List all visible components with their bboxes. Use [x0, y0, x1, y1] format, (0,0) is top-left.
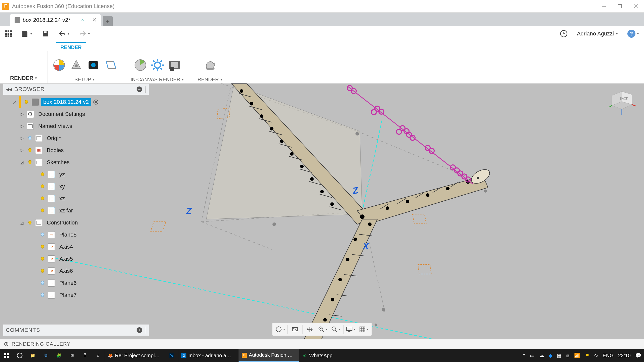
- task-vscode[interactable]: ⧉: [39, 349, 52, 362]
- visibility-bulb-icon[interactable]: [27, 219, 33, 226]
- tree-item-sketches[interactable]: Sketches: [3, 156, 149, 168]
- taskbar-app-whatsapp[interactable]: ✆WhatsApp: [299, 349, 359, 362]
- pan-button[interactable]: [304, 324, 316, 335]
- decal-button[interactable]: [87, 58, 100, 72]
- taskbar-app-ps[interactable]: Ps: [165, 349, 178, 362]
- expand-icon[interactable]: [19, 148, 25, 153]
- tree-item-document-settings[interactable]: Document Settings: [3, 108, 149, 120]
- display-settings-button[interactable]: ▼: [345, 324, 357, 335]
- view-cube[interactable]: BACK: [609, 87, 639, 118]
- tray-onedrive-icon[interactable]: ☁: [539, 352, 544, 358]
- visibility-bulb-icon[interactable]: [27, 159, 33, 166]
- task-explorer[interactable]: 📁: [26, 349, 39, 362]
- visibility-bulb-icon[interactable]: [39, 183, 46, 190]
- tray-dropbox-icon[interactable]: ⧈: [566, 353, 570, 358]
- visibility-bulb-icon[interactable]: [39, 292, 46, 298]
- appearance-button[interactable]: [52, 58, 66, 72]
- tree-item-axis5[interactable]: Axis5: [3, 253, 149, 265]
- taskbar-app-fusion[interactable]: FAutodesk Fusion …: [238, 349, 299, 362]
- activate-radio[interactable]: [93, 100, 98, 105]
- close-button[interactable]: [633, 3, 639, 9]
- minimize-panel-button[interactable]: –: [137, 86, 142, 92]
- start-button[interactable]: [0, 349, 13, 362]
- orbit-button[interactable]: ▼: [274, 324, 287, 335]
- file-menu-button[interactable]: ▼: [21, 30, 33, 37]
- tree-item-origin[interactable]: Origin: [3, 132, 149, 144]
- tree-item-sketch-xz[interactable]: xz: [3, 193, 149, 205]
- capture-image-button[interactable]: [168, 58, 181, 72]
- visibility-bulb-icon[interactable]: [39, 268, 46, 274]
- task-mail[interactable]: ✉: [65, 349, 78, 362]
- grip-icon[interactable]: [145, 327, 146, 333]
- save-button[interactable]: [42, 30, 49, 37]
- add-comment-button[interactable]: +: [137, 327, 142, 333]
- expand-icon[interactable]: [19, 111, 25, 117]
- new-tab-button[interactable]: +: [103, 16, 113, 26]
- visibility-bulb-icon[interactable]: [39, 207, 46, 214]
- visibility-bulb-icon[interactable]: [39, 171, 46, 178]
- visibility-bulb-icon[interactable]: [39, 244, 46, 250]
- grid-settings-button[interactable]: ▼: [358, 324, 370, 335]
- task-app-2[interactable]: 🎛: [78, 349, 92, 362]
- tray-wifi-icon[interactable]: 📶: [574, 352, 580, 358]
- scene-settings-button[interactable]: [69, 58, 83, 72]
- collapse-icon[interactable]: ◀◀: [6, 87, 12, 92]
- task-home[interactable]: ⌂: [92, 349, 105, 362]
- rendering-gallery-bar[interactable]: RENDERING GALLERY: [0, 339, 644, 349]
- tray-language[interactable]: ENG: [603, 353, 614, 358]
- tree-item-construction[interactable]: Construction: [3, 217, 149, 229]
- tray-icon[interactable]: ▦: [557, 352, 562, 358]
- user-menu[interactable]: Adriano Aguzzi▼: [577, 30, 618, 37]
- tree-item-axis6[interactable]: Axis6: [3, 265, 149, 277]
- comments-panel-header[interactable]: COMMENTS +: [3, 324, 149, 336]
- expand-icon[interactable]: [19, 135, 25, 141]
- visibility-bulb-icon[interactable]: [23, 99, 30, 105]
- task-app-1[interactable]: 🧩: [52, 349, 65, 362]
- tree-item-bodies[interactable]: Bodies: [3, 144, 149, 156]
- tray-icon[interactable]: ⚑: [585, 352, 589, 358]
- tree-root[interactable]: box 2018.12.24 v2: [3, 96, 149, 108]
- ribbon-tab-render[interactable]: RENDER: [56, 42, 86, 51]
- document-tab[interactable]: box 2018.12.24 v2* ○ ✕: [10, 14, 101, 26]
- tray-icon[interactable]: ▭: [530, 352, 535, 358]
- look-at-button[interactable]: [289, 324, 301, 335]
- tree-item-plane5[interactable]: Plane5: [3, 229, 149, 241]
- visibility-bulb-icon[interactable]: [39, 195, 46, 202]
- tree-item-plane7[interactable]: Plane7: [3, 289, 149, 301]
- redo-button[interactable]: ▼: [79, 30, 91, 37]
- tray-clock[interactable]: 22:10: [618, 353, 631, 358]
- cortana-button[interactable]: [13, 349, 26, 362]
- tree-item-sketch-yz[interactable]: yz: [3, 168, 149, 180]
- visibility-bulb-icon[interactable]: [39, 256, 46, 262]
- maximize-button[interactable]: [617, 3, 623, 9]
- tree-item-sketch-xy[interactable]: xy: [3, 180, 149, 193]
- render-button[interactable]: [204, 58, 217, 72]
- workspace-switcher[interactable]: RENDER▼: [0, 51, 48, 83]
- incanvas-settings-button[interactable]: [151, 58, 164, 72]
- expand-icon[interactable]: [12, 99, 17, 105]
- data-panel-button[interactable]: [5, 30, 12, 37]
- tree-item-plane6[interactable]: Plane6: [3, 277, 149, 289]
- tray-notifications-icon[interactable]: 💬: [635, 352, 641, 358]
- visibility-bulb-icon[interactable]: [39, 280, 46, 286]
- zoom-button[interactable]: ▼: [317, 324, 329, 335]
- incanvas-render-button[interactable]: [134, 58, 147, 72]
- visibility-bulb-icon[interactable]: [27, 147, 33, 154]
- expand-icon[interactable]: [19, 123, 25, 129]
- visibility-bulb-icon[interactable]: [27, 135, 33, 142]
- help-button[interactable]: ?▼: [627, 30, 639, 38]
- tree-item-named-views[interactable]: Named Views: [3, 120, 149, 132]
- close-tab-button[interactable]: ✕: [92, 17, 97, 23]
- grip-icon[interactable]: [145, 86, 146, 93]
- tree-item-sketch-xz-far[interactable]: xz far: [3, 205, 149, 217]
- tray-icon[interactable]: ∿: [594, 352, 598, 358]
- texture-map-button[interactable]: [104, 58, 117, 72]
- taskbar-app-firefox[interactable]: 🦊Re: Project compl…: [105, 349, 165, 362]
- expand-icon[interactable]: [19, 220, 25, 225]
- fit-button[interactable]: ▼: [330, 324, 342, 335]
- tray-chevron-up-icon[interactable]: ^: [523, 353, 525, 358]
- tray-teamviewer-icon[interactable]: ◆: [549, 352, 552, 358]
- taskbar-app-outlook[interactable]: OInbox - adriano.a…: [178, 349, 238, 362]
- job-status-button[interactable]: [560, 30, 568, 38]
- browser-header[interactable]: ◀◀ BROWSER –: [3, 83, 149, 95]
